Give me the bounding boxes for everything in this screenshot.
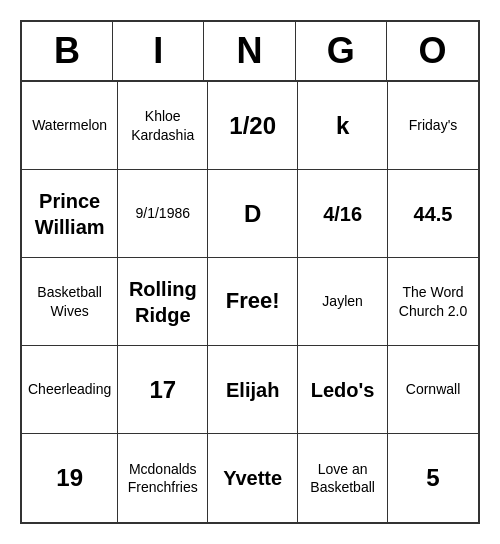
cell-r3-c2: Elijah [208,346,298,434]
cell-r1-c2: D [208,170,298,258]
cell-r2-c4: The Word Church 2.0 [388,258,478,346]
cell-r1-c0: Prince William [22,170,118,258]
cell-r1-c4: 44.5 [388,170,478,258]
cell-r3-c0: Cheerleading [22,346,118,434]
cell-r2-c3: Jaylen [298,258,388,346]
cell-r0-c3: k [298,82,388,170]
cell-r4-c1: Mcdonalds Frenchfries [118,434,208,522]
cell-r0-c4: Friday's [388,82,478,170]
cell-r0-c0: Watermelon [22,82,118,170]
cell-r3-c4: Cornwall [388,346,478,434]
cell-r1-c1: 9/1/1986 [118,170,208,258]
header-letter: G [296,22,387,80]
cell-r4-c2: Yvette [208,434,298,522]
cell-r2-c2: Free! [208,258,298,346]
bingo-card: BINGO WatermelonKhloe Kardashia1/20kFrid… [20,20,480,524]
bingo-grid: WatermelonKhloe Kardashia1/20kFriday'sPr… [22,82,478,522]
cell-r2-c0: Basketball Wives [22,258,118,346]
cell-r4-c4: 5 [388,434,478,522]
cell-r0-c1: Khloe Kardashia [118,82,208,170]
header-letter: B [22,22,113,80]
header-letter: O [387,22,478,80]
cell-r2-c1: Rolling Ridge [118,258,208,346]
header-letter: N [204,22,295,80]
cell-r3-c1: 17 [118,346,208,434]
cell-r4-c3: Love an Basketball [298,434,388,522]
cell-r0-c2: 1/20 [208,82,298,170]
cell-r3-c3: Ledo's [298,346,388,434]
cell-r1-c3: 4/16 [298,170,388,258]
cell-r4-c0: 19 [22,434,118,522]
bingo-header: BINGO [22,22,478,82]
header-letter: I [113,22,204,80]
